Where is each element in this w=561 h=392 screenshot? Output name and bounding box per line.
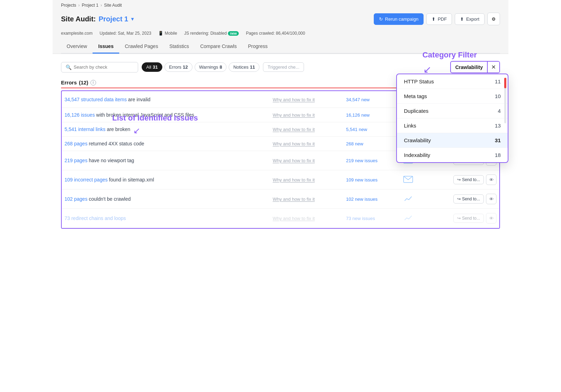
meta-info: examplesite.com Updated: Sat, Mar 25, 20… — [61, 29, 500, 40]
dropdown-item-duplicates[interactable]: Duplicates 4 — [397, 104, 508, 118]
new-issues: 34,547 new — [346, 97, 370, 102]
domain: examplesite.com — [61, 31, 93, 36]
tabs-navigation: Overview Issues Crawled Pages Statistics… — [61, 40, 500, 54]
triggered-check-filter[interactable]: Triggered che... — [263, 62, 304, 72]
issue-text: are broken — [107, 126, 130, 132]
new-badge: new — [228, 31, 239, 36]
tab-issues[interactable]: Issues — [93, 40, 119, 54]
scrollbar-thumb[interactable] — [504, 78, 506, 88]
chip-errors[interactable]: Errors 12 — [164, 62, 192, 72]
issue-link[interactable]: 5,541 internal links — [65, 126, 106, 132]
send-icon: ↪ — [457, 197, 461, 201]
page-title: Site Audit: Project 1 ▾ — [61, 15, 134, 23]
send-icon: ↪ — [457, 177, 461, 182]
fix-link[interactable]: Why and how to fix it — [273, 127, 315, 132]
dropdown-item-crawlability[interactable]: Crawlability 31 — [397, 133, 508, 148]
envelope-icon — [403, 176, 413, 183]
title-prefix: Site Audit: — [61, 15, 96, 23]
new-issues: 268 new — [346, 141, 363, 146]
action-cell: ↪ Send to... 👁 — [427, 213, 496, 223]
dropdown-item-http-status[interactable]: HTTP Status 11 — [397, 74, 508, 89]
send-to-button[interactable]: ↪ Send to... — [453, 194, 484, 204]
breadcrumb-project1[interactable]: Project 1 — [82, 3, 98, 8]
search-input[interactable] — [74, 64, 134, 70]
category-filter-close[interactable]: ✕ — [487, 62, 499, 73]
device-info: 📱 Mobile — [158, 31, 177, 36]
eye-button[interactable]: 👁 — [486, 213, 496, 223]
chart-icon — [403, 195, 413, 202]
new-issues: 219 new issues — [346, 158, 378, 163]
mobile-icon: 📱 — [158, 31, 163, 36]
send-to-button[interactable]: ↪ Send to... — [453, 175, 484, 184]
new-issues: 16,126 new — [346, 112, 370, 118]
project-dropdown-icon[interactable]: ▾ — [131, 16, 134, 22]
scrollbar-track[interactable] — [504, 78, 506, 123]
new-issues: 102 new issues — [346, 197, 378, 202]
rerun-campaign-button[interactable]: ↻ Rerun campaign — [374, 13, 424, 25]
chip-notices[interactable]: Notices 11 — [229, 62, 259, 72]
eye-icon: 👁 — [489, 177, 494, 183]
pdf-button[interactable]: ⬆ PDF — [426, 13, 452, 25]
table-row: 109 incorrect pages found in sitemap.xml… — [62, 170, 499, 190]
dropdown-item-indexability[interactable]: Indexability 18 — [397, 148, 508, 162]
upload-icon: ⬆ — [460, 16, 464, 22]
fix-link[interactable]: Why and how to fix it — [273, 158, 315, 163]
search-icon: 🔍 — [66, 64, 72, 70]
fix-link[interactable]: Why and how to fix it — [273, 177, 315, 183]
filter-bar: 🔍 All 31 Errors 12 Warnings 8 Notice — [61, 61, 500, 73]
issue-link[interactable]: 34,547 structured data items — [65, 97, 127, 102]
issue-text: with broken internal JavaScript and CSS … — [96, 112, 194, 118]
fix-link[interactable]: Why and how to fix it — [273, 141, 315, 146]
dropdown-item-links[interactable]: Links 13 — [397, 118, 508, 133]
issue-link[interactable]: 109 incorrect pages — [65, 177, 108, 183]
fix-link[interactable]: Why and how to fix it — [273, 97, 315, 102]
info-icon[interactable]: i — [90, 80, 96, 85]
issue-link[interactable]: 219 pages — [65, 158, 87, 163]
chip-all[interactable]: All 31 — [142, 62, 162, 72]
tab-overview[interactable]: Overview — [61, 40, 93, 54]
category-filter-badge: Crawlability ✕ — [450, 61, 500, 73]
search-box[interactable]: 🔍 — [61, 62, 138, 73]
updated-date: Updated: Sat, Mar 25, 2023 — [100, 31, 151, 36]
rerun-icon: ↻ — [379, 16, 383, 22]
tab-progress[interactable]: Progress — [242, 40, 273, 54]
send-to-button[interactable]: ↪ Send to... — [453, 214, 484, 223]
issue-link[interactable]: 16,126 issues — [65, 112, 95, 118]
settings-button[interactable]: ⚙ — [487, 13, 500, 25]
issue-link[interactable]: 102 pages — [65, 196, 87, 202]
category-filter-label[interactable]: Crawlability — [451, 62, 487, 72]
chart-icon — [403, 214, 413, 221]
project-name[interactable]: Project 1 — [99, 15, 128, 23]
export-button[interactable]: ⬆ Export — [455, 13, 485, 25]
new-issues: 109 new issues — [346, 177, 378, 183]
dropdown-item-meta-tags[interactable]: Meta tags 10 — [397, 89, 508, 104]
pages-crawled: Pages crawled: 86,404/100,000 — [246, 31, 305, 36]
fix-link[interactable]: Why and how to fix it — [273, 112, 315, 118]
category-dropdown: HTTP Status 11 Meta tags 10 Duplicates 4… — [396, 74, 508, 163]
js-rendering: JS rendering: Disabled new — [184, 31, 239, 36]
chip-warnings[interactable]: Warnings 8 — [195, 62, 227, 72]
eye-button[interactable]: 👁 — [486, 194, 496, 204]
table-row: 73 redirect chains and loops Why and how… — [62, 209, 499, 228]
gear-icon: ⚙ — [492, 16, 496, 22]
issue-text: found in sitemap.xml — [109, 177, 154, 183]
header-actions: ↻ Rerun campaign ⬆ PDF ⬆ Export ⚙ — [374, 13, 500, 25]
issue-text: couldn't be crawled — [89, 196, 130, 202]
tab-compare-crawls[interactable]: Compare Crawls — [195, 40, 242, 54]
issue-link[interactable]: 268 pages — [65, 141, 87, 146]
eye-icon: 👁 — [489, 197, 494, 202]
breadcrumb: Projects › Project 1 › Site Audit — [61, 3, 500, 8]
eye-button[interactable]: 👁 — [486, 174, 496, 185]
tab-statistics[interactable]: Statistics — [164, 40, 195, 54]
breadcrumb-projects[interactable]: Projects — [61, 3, 76, 8]
issue-link[interactable]: 73 redirect chains and loops — [65, 215, 126, 221]
fix-link[interactable]: Why and how to fix it — [273, 216, 315, 221]
issue-text: are invalid — [128, 97, 150, 102]
tab-crawled-pages[interactable]: Crawled Pages — [119, 40, 164, 54]
issue-text: returned 4XX status code — [89, 141, 144, 146]
send-icon: ↪ — [457, 216, 461, 221]
breadcrumb-site-audit[interactable]: Site Audit — [104, 3, 122, 8]
action-cell: ↪ Send to... 👁 — [427, 174, 496, 185]
filter-chips: All 31 Errors 12 Warnings 8 Notices 11 — [142, 62, 259, 72]
fix-link[interactable]: Why and how to fix it — [273, 197, 315, 202]
